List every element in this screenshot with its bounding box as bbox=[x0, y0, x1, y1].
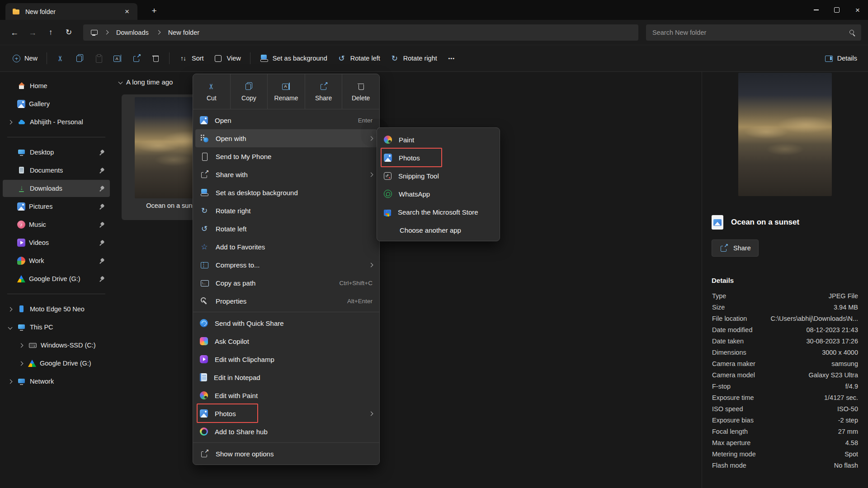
menu-item-add-to-favorites[interactable]: Add to Favorites bbox=[195, 238, 377, 256]
details-label: Exposure time bbox=[712, 394, 754, 401]
details-label: Camera model bbox=[712, 371, 755, 379]
share-button[interactable] bbox=[127, 50, 146, 66]
view-button[interactable]: View bbox=[209, 50, 245, 66]
forward-button[interactable] bbox=[24, 24, 42, 41]
details-label: Date modified bbox=[712, 326, 752, 333]
delete-button[interactable] bbox=[146, 50, 165, 66]
menu-item-edit-with-clipchamp[interactable]: Edit with Clipchamp bbox=[195, 350, 377, 368]
breadcrumb-new-folder[interactable]: New folder bbox=[166, 28, 201, 37]
menu-item-ask-copilot[interactable]: Ask Copilot bbox=[195, 332, 377, 350]
breadcrumb-downloads[interactable]: Downloads bbox=[114, 28, 151, 37]
menu-item-compress-to[interactable]: Compress to... bbox=[195, 256, 377, 274]
quick-action-copy[interactable]: Copy bbox=[230, 74, 268, 109]
menu-item-right: Alt+Enter bbox=[347, 298, 373, 305]
menu-item-search-the-microsoft-store[interactable]: Search the Microsoft Store bbox=[379, 203, 497, 221]
sidebar-item-gallery[interactable]: Gallery bbox=[3, 95, 110, 113]
refresh-button[interactable] bbox=[60, 24, 78, 41]
menu-item-rotate-right[interactable]: Rotate right bbox=[195, 202, 377, 220]
copy-button[interactable] bbox=[71, 50, 89, 66]
sidebar-item-pictures[interactable]: Pictures bbox=[3, 198, 110, 215]
sidebar-item-windows-ssd-c[interactable]: Windows-SSD (C:) bbox=[14, 337, 110, 354]
sidebar-item-home[interactable]: Home bbox=[3, 77, 110, 94]
sidebar-item-label: Abhijith - Personal bbox=[30, 118, 83, 126]
menu-item-whatsapp[interactable]: WhatsApp bbox=[379, 185, 497, 203]
new-tab-button[interactable] bbox=[147, 5, 161, 16]
menu-item-open-with[interactable]: Open with bbox=[195, 129, 377, 147]
expander-right-icon[interactable] bbox=[19, 361, 24, 366]
back-button[interactable] bbox=[5, 24, 24, 41]
set-as-background-label: Set as background bbox=[273, 55, 327, 62]
tab-close-icon[interactable] bbox=[121, 6, 133, 18]
details-pane-button[interactable]: Details bbox=[820, 50, 862, 66]
paste-button[interactable] bbox=[90, 50, 108, 66]
sidebar-item-network[interactable]: Network bbox=[3, 373, 110, 390]
home-icon bbox=[17, 81, 26, 90]
menu-item-photos[interactable]: Photos bbox=[195, 404, 377, 422]
menu-item-properties[interactable]: PropertiesAlt+Enter bbox=[195, 292, 377, 310]
quick-action-rename[interactable]: Rename bbox=[267, 74, 305, 109]
sidebar-item-this-pc[interactable]: This PC bbox=[3, 319, 110, 336]
expander-spacer bbox=[6, 100, 14, 108]
search-box[interactable] bbox=[646, 24, 861, 41]
quick-action-share[interactable]: Share bbox=[305, 74, 342, 109]
menu-item-open[interactable]: OpenEnter bbox=[195, 111, 377, 129]
menu-item-show-more-options[interactable]: Show more options bbox=[195, 445, 377, 463]
up-button[interactable] bbox=[42, 24, 60, 41]
expander-right-icon[interactable] bbox=[8, 120, 13, 124]
address-bar[interactable]: Downloads New folder bbox=[83, 24, 638, 41]
menu-item-snipping-tool[interactable]: Snipping Tool bbox=[379, 167, 497, 185]
sidebar-item-documents[interactable]: Documents bbox=[3, 162, 110, 179]
quick-action-delete[interactable]: Delete bbox=[342, 74, 379, 109]
more-options-button[interactable] bbox=[443, 50, 461, 66]
menu-item-paint[interactable]: Paint bbox=[379, 131, 497, 149]
search-input[interactable] bbox=[652, 29, 848, 36]
menu-item-share-with[interactable]: Share with bbox=[195, 165, 377, 183]
new-button[interactable]: New bbox=[8, 51, 42, 66]
pictures-icon bbox=[17, 202, 25, 211]
sidebar-item-music[interactable]: Music bbox=[3, 216, 110, 233]
menu-item-add-to-share-hub[interactable]: Add to Share hub bbox=[195, 422, 377, 441]
sidebar-item-downloads[interactable]: Downloads bbox=[3, 180, 110, 197]
menu-item-send-with-quick-share[interactable]: Send with Quick Share bbox=[195, 314, 377, 332]
window-tab[interactable]: New folder bbox=[5, 3, 137, 20]
gallery-icon bbox=[17, 100, 25, 108]
sidebar-item-videos[interactable]: Videos bbox=[3, 234, 110, 251]
expander-down-icon[interactable] bbox=[8, 325, 13, 329]
sidebar-item-abhijith-personal[interactable]: Abhijith - Personal bbox=[3, 113, 110, 131]
expander-spacer bbox=[6, 257, 14, 264]
sidebar-item-desktop[interactable]: Desktop bbox=[3, 144, 110, 161]
minimize-button[interactable] bbox=[806, 0, 826, 20]
set-as-background-button[interactable]: Set as background bbox=[255, 50, 332, 66]
menu-item-send-to-my-phone[interactable]: Send to My Phone bbox=[195, 147, 377, 165]
expander-right-icon[interactable] bbox=[8, 379, 13, 384]
menu-item-rotate-left[interactable]: Rotate left bbox=[195, 220, 377, 238]
details-row: Flash modeNo flash bbox=[702, 460, 868, 471]
details-share-button[interactable]: Share bbox=[712, 239, 759, 257]
expander-right-icon[interactable] bbox=[19, 343, 24, 347]
expander-right-icon[interactable] bbox=[8, 307, 13, 311]
share-with-icon bbox=[200, 170, 209, 179]
menu-item-edit-with-paint[interactable]: Edit with Paint bbox=[195, 386, 377, 404]
maximize-button[interactable] bbox=[826, 0, 847, 20]
window-controls bbox=[806, 0, 868, 20]
rotate-right-button[interactable]: Rotate right bbox=[386, 50, 442, 66]
sidebar-item-work[interactable]: Work bbox=[3, 252, 110, 269]
menu-item-choose-another-app[interactable]: Choose another app bbox=[379, 221, 497, 239]
sidebar-item-google-drive-g[interactable]: Google Drive (G:) bbox=[3, 270, 110, 287]
sidebar-item-google-drive-g[interactable]: Google Drive (G:) bbox=[14, 355, 110, 372]
rename-button[interactable] bbox=[108, 50, 127, 66]
menu-item-copy-as-path[interactable]: Copy as pathCtrl+Shift+C bbox=[195, 274, 377, 292]
menu-item-photos[interactable]: Photos bbox=[379, 149, 497, 167]
details-label: Focal length bbox=[712, 428, 748, 435]
quick-action-cut[interactable]: Cut bbox=[193, 74, 230, 109]
rotate-left-button[interactable]: Rotate left bbox=[333, 50, 385, 66]
menu-item-label: Ask Copilot bbox=[215, 338, 249, 345]
sidebar-item-moto-edge-50-neo[interactable]: Moto Edge 50 Neo bbox=[3, 300, 110, 318]
cut-button[interactable] bbox=[52, 50, 70, 66]
details-pane-icon bbox=[824, 54, 833, 63]
group-header[interactable]: A long time ago bbox=[119, 78, 173, 86]
sort-button[interactable]: Sort bbox=[174, 50, 208, 66]
menu-item-edit-in-notepad[interactable]: Edit in Notepad bbox=[195, 368, 377, 386]
close-button[interactable] bbox=[847, 0, 868, 20]
menu-item-set-as-desktop-background[interactable]: Set as desktop background bbox=[195, 183, 377, 202]
